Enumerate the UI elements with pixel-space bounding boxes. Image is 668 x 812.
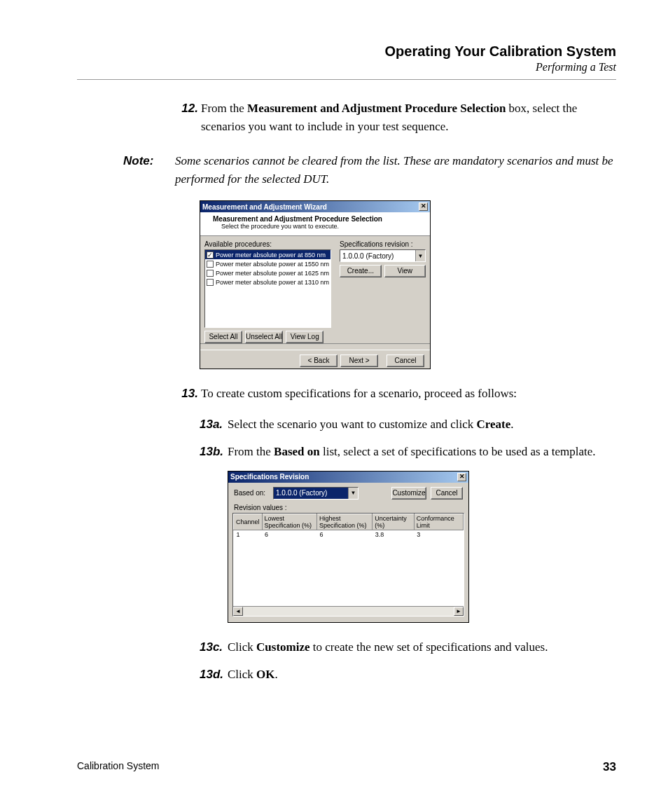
procedure-item[interactable]: Power meter absolute power at 1310 nm: [205, 277, 330, 287]
checkbox-icon[interactable]: [207, 279, 214, 286]
col-highest[interactable]: Highest Specification (%): [316, 514, 372, 530]
step-13: 13. To create custom specifications for …: [175, 385, 616, 403]
dialog-title: Measurement and Adjustment Wizard: [202, 203, 419, 211]
measurement-wizard-dialog: Measurement and Adjustment Wizard ✕ Meas…: [200, 200, 431, 369]
page-number: 33: [603, 760, 616, 774]
chevron-down-icon[interactable]: ▼: [348, 488, 358, 499]
step-number: 12.: [175, 99, 198, 135]
table-header-row: Channel Lowest Specification (%) Highest…: [234, 514, 464, 530]
dialog-title: Specifications Revision: [230, 473, 457, 481]
view-button[interactable]: View: [384, 265, 426, 277]
note-label: Note:: [123, 152, 175, 188]
step-13c: 13c. Click Customize to create the new s…: [200, 638, 616, 656]
close-button[interactable]: ✕: [457, 473, 466, 481]
spec-revision-combo[interactable]: 1.0.0.0 (Factory) ▼: [340, 249, 426, 262]
col-conformance[interactable]: Conformance Limit: [414, 514, 463, 530]
banner-title: Measurement and Adjustment Procedure Sel…: [213, 215, 417, 223]
step-13a: 13a. Select the scenario you want to cus…: [200, 415, 616, 434]
note-block: Note: Some scenarios cannot be cleared f…: [123, 152, 616, 188]
step-number: 13.: [175, 385, 198, 403]
cancel-button[interactable]: Cancel: [431, 487, 463, 500]
unselect-all-button[interactable]: Unselect All: [245, 331, 283, 343]
scroll-left-icon[interactable]: ◄: [233, 607, 243, 616]
substep-number: 13d.: [200, 666, 228, 684]
page-header: Operating Your Calibration System Perfor…: [77, 43, 616, 80]
create-button[interactable]: Create...: [340, 265, 381, 277]
dialog-titlebar[interactable]: Measurement and Adjustment Wizard ✕: [200, 201, 430, 212]
step-body: From the Measurement and Adjustment Proc…: [201, 99, 616, 135]
based-on-label: Based on:: [234, 489, 269, 497]
chapter-title: Operating Your Calibration System: [77, 43, 616, 60]
scroll-right-icon[interactable]: ►: [454, 607, 464, 616]
next-button[interactable]: Next >: [340, 355, 378, 367]
dialog-titlebar[interactable]: Specifications Revision ✕: [228, 472, 468, 483]
page-footer: Calibration System 33: [77, 760, 616, 774]
back-button[interactable]: < Back: [300, 355, 338, 367]
revision-table[interactable]: Channel Lowest Specification (%) Highest…: [232, 513, 464, 617]
cancel-button[interactable]: Cancel: [387, 355, 424, 367]
close-button[interactable]: ✕: [419, 202, 428, 211]
substep-number: 13b.: [200, 443, 228, 461]
checkbox-icon[interactable]: [207, 261, 214, 268]
dialog-banner: Measurement and Adjustment Procedure Sel…: [200, 212, 430, 236]
footer-doc-title: Calibration System: [77, 760, 160, 774]
view-log-button[interactable]: View Log: [286, 331, 323, 343]
step-13b: 13b. From the Based on list, select a se…: [200, 443, 616, 461]
checkbox-icon[interactable]: [207, 270, 214, 277]
available-procedures-label: Available procedures:: [204, 240, 331, 248]
revision-values-label: Revision values :: [228, 501, 468, 513]
table-row[interactable]: 1 6 6 3.8 3: [234, 530, 464, 539]
spec-revision-label: Specifications revision :: [340, 240, 426, 248]
procedure-item[interactable]: ✓ Power meter absolute power at 850 nm: [205, 250, 330, 259]
col-channel[interactable]: Channel: [234, 514, 263, 530]
based-on-combo[interactable]: 1.0.0.0 (Factory) ▼: [273, 487, 359, 500]
customize-button[interactable]: Customize: [391, 487, 426, 500]
step-12: 12. From the Measurement and Adjustment …: [175, 99, 616, 135]
checkbox-icon[interactable]: ✓: [207, 252, 214, 259]
select-all-button[interactable]: Select All: [204, 331, 242, 343]
note-text: Some scenarios cannot be cleared from th…: [175, 152, 616, 188]
col-uncertainty[interactable]: Uncertainty (%): [373, 514, 415, 530]
horizontal-scrollbar[interactable]: ◄ ►: [233, 606, 464, 616]
substep-number: 13c.: [200, 638, 228, 656]
step-13d: 13d. Click OK.: [200, 666, 616, 684]
step-body: To create custom specifications for a sc…: [201, 385, 616, 403]
procedures-listbox[interactable]: ✓ Power meter absolute power at 850 nm P…: [204, 249, 331, 328]
procedure-item[interactable]: Power meter absolute power at 1625 nm: [205, 268, 330, 277]
substep-number: 13a.: [200, 415, 228, 434]
specifications-revision-dialog: Specifications Revision ✕ Based on: 1.0.…: [228, 471, 469, 623]
procedure-item[interactable]: Power meter absolute power at 1550 nm: [205, 259, 330, 268]
col-lowest[interactable]: Lowest Specification (%): [262, 514, 316, 530]
banner-subtitle: Select the procedure you want to execute…: [221, 223, 417, 230]
chevron-down-icon[interactable]: ▼: [415, 250, 425, 261]
section-title: Performing a Test: [77, 61, 616, 74]
